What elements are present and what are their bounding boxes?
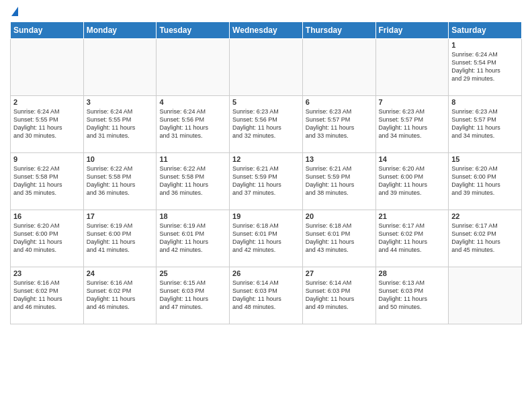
calendar-table: SundayMondayTuesdayWednesdayThursdayFrid…: [10, 21, 522, 324]
day-number: 23: [13, 269, 81, 277]
day-number: 2: [13, 98, 81, 106]
logo: [10, 7, 18, 16]
day-cell: 19Sunrise: 6:18 AM Sunset: 6:01 PM Dayli…: [230, 210, 303, 267]
day-cell: 23Sunrise: 6:16 AM Sunset: 6:02 PM Dayli…: [11, 267, 84, 324]
day-number: 15: [451, 155, 519, 163]
day-number: 12: [232, 155, 300, 163]
week-row-3: 9Sunrise: 6:22 AM Sunset: 5:58 PM Daylig…: [11, 153, 522, 210]
day-cell: [157, 39, 230, 96]
weekday-header-friday: Friday: [375, 22, 449, 39]
day-number: 16: [13, 212, 81, 220]
day-cell: [11, 39, 84, 96]
weekday-header-tuesday: Tuesday: [157, 22, 230, 39]
day-cell: 21Sunrise: 6:17 AM Sunset: 6:02 PM Dayli…: [375, 210, 449, 267]
week-row-4: 16Sunrise: 6:20 AM Sunset: 6:00 PM Dayli…: [11, 210, 522, 267]
day-number: 5: [232, 98, 300, 106]
calendar-body: 1Sunrise: 6:24 AM Sunset: 5:54 PM Daylig…: [11, 39, 522, 324]
day-info: Sunrise: 6:17 AM Sunset: 6:02 PM Dayligh…: [451, 222, 519, 255]
day-number: 21: [379, 212, 446, 220]
day-cell: 11Sunrise: 6:22 AM Sunset: 5:58 PM Dayli…: [157, 153, 230, 210]
day-info: Sunrise: 6:14 AM Sunset: 6:03 PM Dayligh…: [306, 279, 373, 312]
day-info: Sunrise: 6:23 AM Sunset: 5:56 PM Dayligh…: [232, 107, 300, 140]
day-number: 11: [159, 155, 226, 163]
weekday-header-thursday: Thursday: [302, 22, 375, 39]
day-info: Sunrise: 6:20 AM Sunset: 6:00 PM Dayligh…: [13, 222, 81, 255]
day-number: 26: [232, 269, 300, 277]
day-cell: 8Sunrise: 6:23 AM Sunset: 5:57 PM Daylig…: [449, 96, 522, 153]
day-info: Sunrise: 6:23 AM Sunset: 5:57 PM Dayligh…: [306, 107, 373, 140]
day-cell: 4Sunrise: 6:24 AM Sunset: 5:56 PM Daylig…: [157, 96, 230, 153]
day-number: 28: [379, 269, 446, 277]
day-cell: 28Sunrise: 6:13 AM Sunset: 6:03 PM Dayli…: [375, 267, 449, 324]
day-cell: 25Sunrise: 6:15 AM Sunset: 6:03 PM Dayli…: [157, 267, 230, 324]
day-info: Sunrise: 6:22 AM Sunset: 5:58 PM Dayligh…: [13, 165, 81, 197]
logo-triangle-icon: [11, 7, 18, 16]
day-info: Sunrise: 6:23 AM Sunset: 5:57 PM Dayligh…: [379, 107, 446, 140]
day-cell: 14Sunrise: 6:20 AM Sunset: 6:00 PM Dayli…: [375, 153, 449, 210]
day-cell: 5Sunrise: 6:23 AM Sunset: 5:56 PM Daylig…: [230, 96, 303, 153]
day-number: 1: [451, 41, 519, 49]
day-cell: 13Sunrise: 6:21 AM Sunset: 5:59 PM Dayli…: [302, 153, 375, 210]
page-header: [10, 7, 522, 16]
day-cell: 18Sunrise: 6:19 AM Sunset: 6:01 PM Dayli…: [157, 210, 230, 267]
day-info: Sunrise: 6:15 AM Sunset: 6:03 PM Dayligh…: [159, 279, 226, 312]
day-cell: [302, 39, 375, 96]
weekday-header-wednesday: Wednesday: [230, 22, 303, 39]
day-cell: [449, 267, 522, 324]
day-cell: [375, 39, 449, 96]
day-info: Sunrise: 6:24 AM Sunset: 5:55 PM Dayligh…: [13, 107, 81, 140]
day-number: 7: [379, 98, 446, 106]
day-number: 6: [306, 98, 373, 106]
day-info: Sunrise: 6:24 AM Sunset: 5:54 PM Dayligh…: [451, 50, 519, 83]
day-cell: [230, 39, 303, 96]
weekday-header-monday: Monday: [83, 22, 157, 39]
day-number: 13: [306, 155, 373, 163]
day-info: Sunrise: 6:21 AM Sunset: 5:59 PM Dayligh…: [306, 165, 373, 197]
day-cell: 2Sunrise: 6:24 AM Sunset: 5:55 PM Daylig…: [11, 96, 84, 153]
calendar-header: SundayMondayTuesdayWednesdayThursdayFrid…: [11, 22, 522, 39]
day-number: 27: [306, 269, 373, 277]
weekday-header-sunday: Sunday: [11, 22, 84, 39]
day-number: 24: [87, 269, 154, 277]
day-info: Sunrise: 6:22 AM Sunset: 5:58 PM Dayligh…: [159, 165, 226, 197]
day-cell: [83, 39, 157, 96]
day-number: 17: [87, 212, 154, 220]
day-cell: 24Sunrise: 6:16 AM Sunset: 6:02 PM Dayli…: [83, 267, 157, 324]
day-number: 18: [159, 212, 226, 220]
day-cell: 20Sunrise: 6:18 AM Sunset: 6:01 PM Dayli…: [302, 210, 375, 267]
day-number: 19: [232, 212, 300, 220]
day-cell: 7Sunrise: 6:23 AM Sunset: 5:57 PM Daylig…: [375, 96, 449, 153]
day-info: Sunrise: 6:20 AM Sunset: 6:00 PM Dayligh…: [379, 165, 446, 197]
day-info: Sunrise: 6:13 AM Sunset: 6:03 PM Dayligh…: [379, 279, 446, 312]
day-info: Sunrise: 6:23 AM Sunset: 5:57 PM Dayligh…: [451, 107, 519, 140]
day-info: Sunrise: 6:22 AM Sunset: 5:58 PM Dayligh…: [87, 165, 154, 197]
day-cell: 27Sunrise: 6:14 AM Sunset: 6:03 PM Dayli…: [302, 267, 375, 324]
day-number: 25: [159, 269, 226, 277]
day-cell: 9Sunrise: 6:22 AM Sunset: 5:58 PM Daylig…: [11, 153, 84, 210]
day-cell: 1Sunrise: 6:24 AM Sunset: 5:54 PM Daylig…: [449, 39, 522, 96]
day-info: Sunrise: 6:20 AM Sunset: 6:00 PM Dayligh…: [451, 165, 519, 197]
week-row-2: 2Sunrise: 6:24 AM Sunset: 5:55 PM Daylig…: [11, 96, 522, 153]
day-cell: 22Sunrise: 6:17 AM Sunset: 6:02 PM Dayli…: [449, 210, 522, 267]
day-info: Sunrise: 6:16 AM Sunset: 6:02 PM Dayligh…: [87, 279, 154, 312]
week-row-5: 23Sunrise: 6:16 AM Sunset: 6:02 PM Dayli…: [11, 267, 522, 324]
weekday-row: SundayMondayTuesdayWednesdayThursdayFrid…: [11, 22, 522, 39]
day-number: 9: [13, 155, 81, 163]
day-cell: 10Sunrise: 6:22 AM Sunset: 5:58 PM Dayli…: [83, 153, 157, 210]
day-info: Sunrise: 6:18 AM Sunset: 6:01 PM Dayligh…: [232, 222, 300, 255]
day-cell: 26Sunrise: 6:14 AM Sunset: 6:03 PM Dayli…: [230, 267, 303, 324]
weekday-header-saturday: Saturday: [449, 22, 522, 39]
day-info: Sunrise: 6:17 AM Sunset: 6:02 PM Dayligh…: [379, 222, 446, 255]
day-number: 20: [306, 212, 373, 220]
day-info: Sunrise: 6:16 AM Sunset: 6:02 PM Dayligh…: [13, 279, 81, 312]
day-info: Sunrise: 6:19 AM Sunset: 6:00 PM Dayligh…: [87, 222, 154, 255]
day-number: 4: [159, 98, 226, 106]
day-number: 22: [451, 212, 519, 220]
day-number: 3: [87, 98, 154, 106]
day-info: Sunrise: 6:21 AM Sunset: 5:59 PM Dayligh…: [232, 165, 300, 197]
day-number: 8: [451, 98, 519, 106]
day-cell: 15Sunrise: 6:20 AM Sunset: 6:00 PM Dayli…: [449, 153, 522, 210]
day-info: Sunrise: 6:18 AM Sunset: 6:01 PM Dayligh…: [306, 222, 373, 255]
day-cell: 16Sunrise: 6:20 AM Sunset: 6:00 PM Dayli…: [11, 210, 84, 267]
day-cell: 3Sunrise: 6:24 AM Sunset: 5:55 PM Daylig…: [83, 96, 157, 153]
